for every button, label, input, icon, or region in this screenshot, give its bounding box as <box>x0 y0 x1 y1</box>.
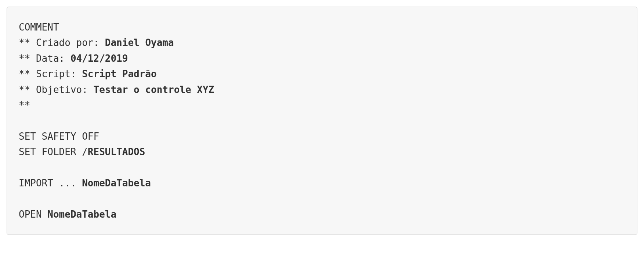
code-line-prefix: ** Criado por: <box>19 37 105 48</box>
code-line-prefix: ** Data: <box>19 53 70 64</box>
code-line-prefix: ** Objetivo: <box>19 84 94 95</box>
code-author: Daniel Oyama <box>105 37 174 48</box>
code-script-name: Script Padrão <box>82 68 157 79</box>
code-line: COMMENT <box>19 22 59 33</box>
code-table-import: NomeDaTabela <box>82 178 151 189</box>
code-line: ** <box>19 100 30 111</box>
code-line-prefix: OPEN <box>19 209 47 220</box>
code-line-prefix: ** Script: <box>19 68 82 79</box>
code-table-open: NomeDaTabela <box>47 209 116 220</box>
code-objective: Testar o controle XYZ <box>94 84 214 95</box>
code-block: COMMENT ** Criado por: Daniel Oyama ** D… <box>7 7 637 235</box>
code-date: 04/12/2019 <box>70 53 128 64</box>
code-folder: RESULTADOS <box>88 146 145 157</box>
code-line: SET SAFETY OFF <box>19 131 99 142</box>
code-line-prefix: SET FOLDER / <box>19 146 88 157</box>
code-line-prefix: IMPORT ... <box>19 178 82 189</box>
